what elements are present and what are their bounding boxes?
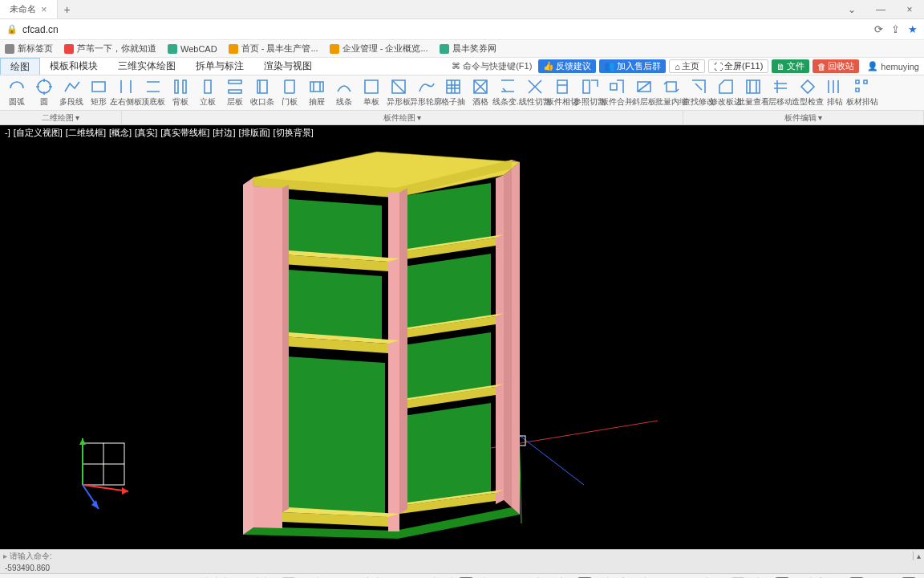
window-controls: ⌄ — × [837,4,924,15]
group-2d[interactable]: 二维绘图 ▾ [0,111,122,124]
viewport-3d[interactable] [0,140,924,549]
ribbon-层板[interactable]: 层板 [221,77,249,108]
browser-tab[interactable]: 未命名 × [0,0,58,18]
ribbon-线条[interactable]: 线条 [330,77,358,108]
cabinet-model[interactable] [243,152,520,539]
tab-title: 未命名 [10,3,36,15]
svg-marker-8 [91,500,99,509]
group-button[interactable]: 👥 加入售后群 [599,59,666,73]
command-input[interactable] [10,552,913,560]
svg-marker-28 [403,403,491,506]
app-header: 绘图 模板和模块 三维实体绘图 拆单与标注 渲染与视图 ⌘ 命令与快捷键(F1)… [0,58,924,75]
ribbon-修改板边[interactable]: 修改板边 [712,77,740,108]
ribbon-批量内缩[interactable]: 批量内缩 [658,77,685,108]
ribbon-排钻[interactable]: 排钻 [821,77,849,108]
bookmark-item[interactable]: 芦苇一下，你就知道 [64,43,156,55]
svg-marker-4 [122,487,128,495]
ribbon-圆[interactable]: 圆 [30,77,58,108]
ribbon-线性切割[interactable]: 线性切割 [521,77,549,108]
ribbon-板件相切[interactable]: 板件相切 [549,77,576,108]
file-button[interactable]: 🗎 文件 [772,59,809,73]
user-display[interactable]: 👤 hemuying [867,61,919,71]
ribbon-groups: 二维绘图 ▾ 板件绘图 ▾ 板件编辑 ▾ [0,111,924,125]
fullscreen-button[interactable]: ⛶ 全屏(F11) [708,59,768,73]
svg-marker-14 [504,160,512,507]
ribbon-造型检查[interactable]: 造型检查 [794,77,821,108]
bookmark-star-icon[interactable]: ★ [908,23,918,35]
minimize-icon[interactable]: — [866,4,895,15]
ribbon-酒格[interactable]: 酒格 [467,77,494,108]
reload-icon[interactable]: ⟳ [874,23,883,35]
ribbon-异形轮廓[interactable]: 异形轮廓 [412,77,440,108]
close-icon[interactable]: × [41,3,47,15]
ribbon-单板[interactable]: 单板 [358,77,385,108]
cmd-expand-icon[interactable]: ▴ [913,552,924,560]
view-mode[interactable]: [排版面] [238,127,270,139]
ribbon-格子抽[interactable]: 格子抽 [440,77,467,108]
view-mode[interactable]: [切换背景] [274,127,314,139]
tab-split[interactable]: 拆单与标注 [186,58,254,75]
group-edit[interactable]: 板件编辑 ▾ [683,111,924,124]
address-bar: 🔒 cfcad.cn ⟳ ⇪ ★ [0,19,924,40]
ribbon-立板[interactable]: 立板 [194,77,221,108]
ribbon-收口条[interactable]: 收口条 [249,77,276,108]
ribbon-参照切割[interactable]: 参照切割 [576,77,603,108]
svg-marker-44 [399,188,407,514]
url-text[interactable]: cfcad.cn [22,24,59,35]
bookmark-item[interactable]: 新标签页 [5,43,53,55]
group-board[interactable]: 板件绘图 ▾ [122,111,683,124]
bookmarks-bar: 新标签页 芦苇一下，你就知道 WebCAD 首页 - 晨丰生产管... 企业管理… [0,40,924,58]
close-window-icon[interactable]: × [895,4,924,15]
bookmark-item[interactable]: 企业管理 - 企业概览... [330,43,428,55]
svg-marker-23 [289,270,382,343]
feedback-button[interactable]: 👍 反馈建议 [538,59,596,73]
view-mode[interactable]: [真实带线框] [160,127,209,139]
ribbon-toolbar: 圆弧圆多段线矩形左右侧板顶底板背板立板层板收口条门板抽屉线条单板异形板异形轮廓格… [0,75,924,111]
new-tab-button[interactable]: + [58,3,77,16]
ribbon-多段线[interactable]: 多段线 [58,77,85,108]
share-icon[interactable]: ⇪ [891,23,900,35]
svg-line-3 [83,485,128,491]
ribbon-板材排钻[interactable]: 板材排钻 [849,77,876,108]
svg-marker-13 [512,160,520,515]
view-mode[interactable]: [真实] [135,127,157,139]
svg-marker-21 [496,175,504,504]
ribbon-层移动[interactable]: 层移动 [767,77,794,108]
ribbon-背板[interactable]: 背板 [167,77,194,108]
ribbon-抽屉[interactable]: 抽屉 [303,77,330,108]
bookmark-item[interactable]: 首页 - 晨丰生产管... [229,43,318,55]
ribbon-顶底板[interactable]: 顶底板 [140,77,167,108]
ribbon-批量查看[interactable]: 批量查看 [740,77,767,108]
ribbon-板件合并[interactable]: 板件合并 [603,77,630,108]
cmd-hint[interactable]: ⌘ 命令与快捷键(F1) [452,60,532,72]
view-mode[interactable]: [二维线框] [66,127,106,139]
ribbon-异形板[interactable]: 异形板 [385,77,412,108]
ribbon-门板[interactable]: 门板 [276,77,303,108]
command-bar: ▸ ▴ [0,549,924,562]
bookmark-item[interactable]: 晨丰奖券网 [440,43,496,55]
tab-render[interactable]: 渲染与视图 [254,58,322,75]
ribbon-圆弧[interactable]: 圆弧 [3,77,30,108]
ribbon-查找修改[interactable]: 查找修改 [685,77,712,108]
ribbon-斜层板[interactable]: 斜层板 [630,77,658,108]
svg-marker-24 [286,356,385,517]
view-mode[interactable]: [自定义视图] [14,127,63,139]
tab-template[interactable]: 模板和模块 [40,58,108,75]
bookmark-item[interactable]: WebCAD [168,44,217,54]
coord-display: -593490.860 [0,562,924,573]
ribbon-左右侧板[interactable]: 左右侧板 [112,77,140,108]
view-mode[interactable]: [封边] [213,127,235,139]
tab-draw[interactable]: 绘图 [0,58,40,75]
tab-3d[interactable]: 三维实体绘图 [108,58,186,75]
home-button[interactable]: ⌂ 主页 [669,59,705,73]
view-mode[interactable]: -] [5,128,10,137]
caret-down-icon[interactable]: ⌄ [837,4,866,15]
ribbon-线条变...[interactable]: 线条变... [494,77,521,108]
svg-marker-20 [388,192,399,531]
view-mode[interactable]: [概念] [109,127,132,139]
recycle-button[interactable]: 🗑 回收站 [813,59,859,73]
ribbon-矩形[interactable]: 矩形 [85,77,112,108]
browser-title-bar: 未命名 × + ⌄ — × [0,0,924,19]
header-right: ⌘ 命令与快捷键(F1) 👍 反馈建议 👥 加入售后群 ⌂ 主页 ⛶ 全屏(F1… [452,59,924,73]
svg-marker-19 [253,186,282,528]
